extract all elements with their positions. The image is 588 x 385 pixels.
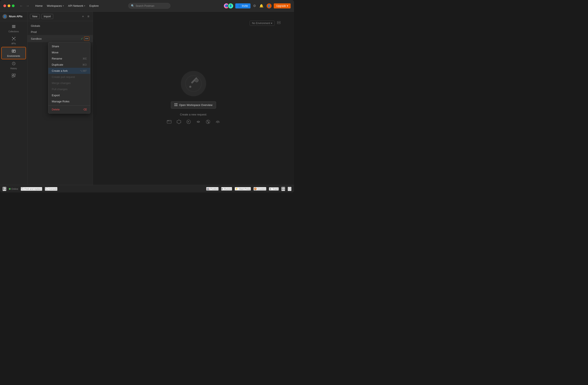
- svg-rect-46: [5, 189, 6, 190]
- addons-icon: [12, 73, 16, 79]
- ctx-rename[interactable]: Rename ⌘E: [48, 56, 90, 62]
- nav-home[interactable]: Home: [34, 3, 44, 8]
- svg-rect-29: [168, 121, 168, 121]
- ctx-merge-changes: Merge changes: [48, 80, 90, 86]
- ctx-merge-changes-label: Merge changes: [52, 81, 71, 85]
- maximize-button[interactable]: [12, 4, 15, 7]
- notifications-button[interactable]: 🔔: [258, 3, 264, 9]
- svg-rect-53: [282, 189, 283, 190]
- nav-arrows: ← →: [19, 4, 30, 8]
- runner-button[interactable]: ▶ Runner: [221, 187, 232, 191]
- sidebar-item-collections[interactable]: Collections: [1, 23, 26, 34]
- svg-rect-25: [174, 105, 176, 106]
- env-prod-label: Prod: [31, 30, 89, 34]
- svg-rect-42: [277, 21, 280, 22]
- ctx-duplicate[interactable]: Duplicate ⌘D: [48, 62, 90, 68]
- console-button[interactable]: Console: [45, 187, 58, 191]
- environment-selector[interactable]: No Environment ▾: [250, 21, 274, 26]
- svg-rect-24: [176, 103, 177, 104]
- find-replace-icon: [21, 187, 24, 190]
- ctx-export[interactable]: Export: [48, 92, 90, 98]
- upgrade-button[interactable]: Upgrade ▾: [274, 3, 291, 8]
- layout-icon: [3, 187, 6, 191]
- env-item-prod[interactable]: Prod: [27, 29, 93, 35]
- settings-button[interactable]: ⚙: [252, 3, 257, 9]
- invite-button[interactable]: 👤 Invite: [235, 3, 251, 8]
- workspace-header: 👤 Nium APIs: [0, 12, 27, 21]
- ctx-create-fork-label: Create a fork: [52, 69, 68, 72]
- nav-explore[interactable]: Explore: [88, 3, 100, 8]
- http-request-icon[interactable]: [166, 119, 172, 126]
- new-button[interactable]: New: [30, 14, 40, 19]
- sidebar-item-history[interactable]: History: [1, 60, 26, 71]
- close-button[interactable]: [3, 4, 6, 7]
- import-button[interactable]: Import: [42, 14, 53, 19]
- trash-label: Trash: [273, 188, 278, 190]
- env-check-icon: ✓: [81, 37, 83, 40]
- start-proxy-button[interactable]: ⚡ Start Proxy: [235, 187, 251, 191]
- online-status[interactable]: Online: [9, 188, 18, 190]
- apis-label: APIs: [11, 42, 16, 45]
- postbot-button[interactable]: 🤖 Postbot: [206, 187, 219, 191]
- sidebar-item-apis[interactable]: APIs: [1, 35, 26, 46]
- ctx-pull-changes-label: Pull changes: [52, 88, 67, 91]
- ctx-create-fork[interactable]: Create a fork ⌥⌘F: [48, 68, 90, 74]
- svg-point-5: [15, 37, 15, 38]
- trash-icon: 🗑: [269, 188, 272, 190]
- sidebar-item-addons[interactable]: [1, 72, 26, 81]
- grid-button[interactable]: [281, 187, 285, 191]
- ctx-delete-label: Delete: [52, 108, 60, 111]
- ctx-rename-label: Rename: [52, 57, 62, 60]
- svg-rect-30: [168, 121, 169, 121]
- open-workspace-overview-button[interactable]: Open Workspace Overview: [171, 101, 216, 109]
- ctx-rename-shortcut: ⌘E: [83, 57, 87, 60]
- search-bar[interactable]: 🔍 Search Postman: [128, 3, 170, 9]
- svg-point-37: [177, 121, 177, 121]
- ctx-delete[interactable]: Delete ⌫: [48, 106, 90, 113]
- ctx-duplicate-shortcut: ⌘D: [82, 63, 87, 66]
- svg-point-39: [198, 121, 199, 122]
- ctx-create-pull-request: Create pull request: [48, 74, 90, 80]
- cookies-button[interactable]: 🍪 Cookies: [253, 187, 267, 191]
- find-replace-button[interactable]: Find and replace: [21, 187, 42, 191]
- svg-rect-23: [174, 103, 176, 104]
- env-item-globals[interactable]: Globals: [27, 23, 93, 29]
- minimize-button[interactable]: [8, 4, 10, 7]
- sidebar-item-environments[interactable]: Environments: [1, 47, 26, 59]
- sort-environments-button[interactable]: ≡: [87, 14, 90, 19]
- grpc-request-icon[interactable]: [186, 119, 192, 126]
- svg-rect-44: [3, 187, 4, 190]
- ctx-export-label: Export: [52, 94, 60, 97]
- ctx-move[interactable]: Move: [48, 49, 90, 56]
- svg-rect-16: [12, 76, 14, 77]
- svg-line-9: [14, 38, 15, 38]
- nav-workspaces[interactable]: Workspaces ▾: [45, 3, 65, 8]
- svg-rect-14: [12, 74, 14, 75]
- proxy-icon: ⚡: [235, 187, 238, 190]
- svg-point-21: [195, 79, 198, 82]
- mqtt-request-icon[interactable]: [215, 119, 221, 126]
- trash-button[interactable]: 🗑 Trash: [269, 187, 279, 191]
- env-dots-button[interactable]: •••: [84, 37, 89, 41]
- nav-api-network[interactable]: API Network ▾: [66, 3, 87, 8]
- add-environment-button[interactable]: +: [81, 14, 85, 19]
- help-button[interactable]: ?: [288, 187, 292, 191]
- ctx-manage-roles[interactable]: Manage Roles: [48, 98, 90, 104]
- ctx-share[interactable]: Share: [48, 43, 90, 49]
- websocket-request-icon[interactable]: [195, 119, 202, 126]
- ctx-manage-roles-label: Manage Roles: [52, 100, 69, 103]
- forward-button[interactable]: →: [25, 4, 30, 8]
- workspace-icon: 👤: [2, 14, 7, 19]
- apis-icon: [12, 37, 16, 42]
- graphql-request-icon[interactable]: [176, 119, 182, 126]
- back-button[interactable]: ←: [19, 4, 24, 8]
- env-item-sandbox[interactable]: Sandbox ✓ •••: [27, 35, 93, 42]
- app-window: ← → Home Workspaces ▾ API Network ▾ Expl…: [0, 0, 294, 193]
- layout-toggle-button[interactable]: [2, 187, 6, 191]
- help-icon: ?: [288, 187, 291, 191]
- socketio-request-icon[interactable]: [205, 119, 211, 126]
- titlebar: ← → Home Workspaces ▾ API Network ▾ Expl…: [0, 0, 294, 12]
- env-manager-button[interactable]: [276, 20, 281, 26]
- user-avatar[interactable]: 👤: [266, 3, 272, 9]
- workspace-overview-illustration: [181, 71, 206, 96]
